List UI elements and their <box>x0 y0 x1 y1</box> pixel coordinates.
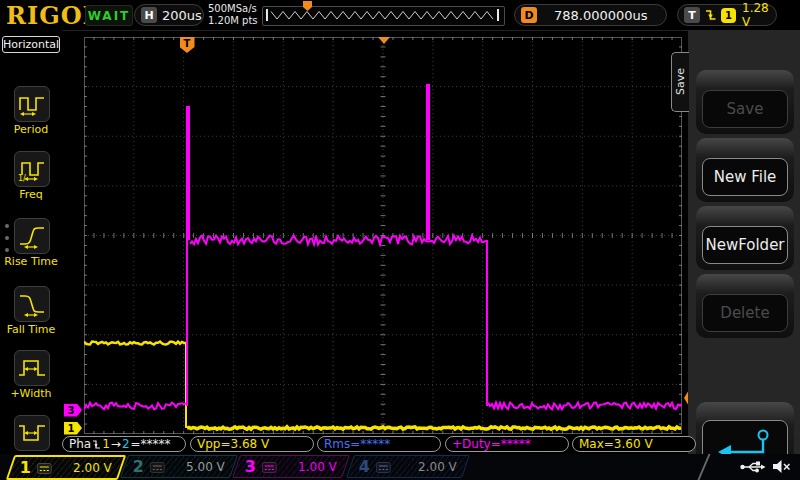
save-button-label: Save <box>702 90 788 128</box>
delete-button-label: Delete <box>702 294 788 332</box>
falling-edge-icon <box>92 439 101 450</box>
channel-2-number: 2 <box>133 459 144 475</box>
channel-status-bar: 1 2.00 V 2 5.00 V 3 <box>0 454 800 480</box>
channel-3-number: 3 <box>245 459 256 475</box>
delay-value: 788.000000us <box>554 8 648 23</box>
measure-item-rise-time-label: Rise Time <box>0 255 62 268</box>
measure-menu-title: Horizontal <box>2 36 60 53</box>
memory-depth: 1.20M pts <box>208 15 258 27</box>
measure-item-plus-width[interactable] <box>14 350 50 386</box>
acquisition-info: 500MSa/s 1.20M pts <box>208 3 258 27</box>
phase-prefix: Pha <box>69 437 91 451</box>
menu-tab-label: Save <box>674 68 687 95</box>
channel1-ground-marker-icon[interactable]: 1 <box>64 422 82 435</box>
channel-2-scale: 5.00 V <box>186 460 225 474</box>
freq-icon: 1/ <box>17 156 47 182</box>
delay-box: D 788.000000us <box>514 4 667 26</box>
dc-coupling-icon <box>150 461 165 472</box>
menu-page-dot <box>5 248 9 252</box>
period-icon <box>17 91 47 117</box>
channel-1-scale: 2.00 V <box>73 461 112 475</box>
plus-width-icon <box>17 355 47 381</box>
channel-4-box[interactable]: 4 2.00 V <box>346 455 470 478</box>
measure-item-fall-time-label: Fall Time <box>0 323 62 336</box>
channel-1-number: 1 <box>20 460 31 476</box>
minus-width-icon <box>17 420 47 446</box>
waveform-preview-bar[interactable] <box>262 6 505 26</box>
new-folder-button[interactable]: NewFolder <box>696 206 794 270</box>
trigger-box: T 1 1.28 V <box>677 4 777 26</box>
measure-item-freq-label: Freq <box>0 188 62 201</box>
menu-tab: Save <box>671 52 689 112</box>
max-value: Max=3.60 V <box>579 437 653 451</box>
fall-time-icon <box>17 291 47 317</box>
measurement-slot-max[interactable]: Max=3.60 V <box>572 436 696 452</box>
dc-coupling-icon <box>376 461 391 472</box>
new-file-button-label: New File <box>702 158 788 196</box>
channel-1-box[interactable]: 1 2.00 V <box>6 455 127 480</box>
oscilloscope-graticule <box>84 37 682 434</box>
measurement-slot-rms[interactable]: Rms=***** <box>317 436 441 452</box>
menu-page-dot <box>5 236 9 240</box>
channel-3-scale: 1.00 V <box>298 460 337 474</box>
top-status-bar: RIGOL WAIT H 200us 500MSa/s 1.20M pts D … <box>0 0 800 31</box>
measure-item-fall-time[interactable] <box>14 286 50 322</box>
phase-source2: 2 <box>122 437 130 451</box>
channel3-ground-marker-icon[interactable]: 3 <box>64 404 82 417</box>
rms-value: Rms=***** <box>324 437 390 451</box>
preview-waveform-icon <box>263 7 502 23</box>
channel-4-scale: 2.00 V <box>418 460 457 474</box>
horizontal-label: H <box>141 7 157 23</box>
measure-item-freq[interactable]: 1/ <box>14 151 50 187</box>
delete-button[interactable]: Delete <box>696 274 794 338</box>
arrow-icon: → <box>111 437 121 451</box>
measurement-slot-phase[interactable]: Pha 1 → 2 =***** <box>62 436 186 452</box>
new-folder-button-label: NewFolder <box>702 226 788 264</box>
measurement-slot-vpp[interactable]: Vpp=3.68 V <box>190 436 314 452</box>
channel-4-number: 4 <box>359 459 370 475</box>
new-file-button[interactable]: New File <box>696 138 794 202</box>
vpp-value: Vpp=3.68 V <box>197 437 269 451</box>
measure-item-period-label: Period <box>0 123 62 136</box>
phase-value: =***** <box>131 437 171 451</box>
channel-2-box[interactable]: 2 5.00 V <box>120 455 238 478</box>
phase-source1: 1 <box>102 437 110 451</box>
trigger-source-badge: 1 <box>721 8 736 23</box>
measure-item-rise-time[interactable] <box>14 218 50 254</box>
channel-3-box[interactable]: 3 1.00 V <box>232 455 350 478</box>
measurement-slot-duty[interactable]: +Duty=***** <box>445 436 569 452</box>
dc-coupling-icon <box>37 462 52 473</box>
measure-item-period[interactable] <box>14 86 50 122</box>
rise-time-icon <box>17 223 47 249</box>
run-status-badge: WAIT <box>85 5 133 26</box>
dc-coupling-icon <box>262 461 277 472</box>
falling-edge-icon <box>704 8 717 22</box>
speaker-muted-icon <box>772 459 791 478</box>
left-measure-menu: Horizontal Period 1/ Freq Rise Time Fall… <box>0 30 62 454</box>
delay-label: D <box>521 7 537 23</box>
screen-center-marker-icon <box>378 37 390 44</box>
timebase-value: 200us <box>162 8 202 23</box>
usb-icon <box>740 459 766 478</box>
duty-value: +Duty=***** <box>452 437 531 451</box>
save-button[interactable]: Save <box>696 70 794 134</box>
svg-text:1/: 1/ <box>18 174 26 182</box>
horizontal-timebase-box: H 200us <box>134 4 204 26</box>
measure-item-minus-width[interactable] <box>14 415 50 451</box>
right-softkey-menu: Save Save New File NewFolder Delete <box>688 30 800 454</box>
menu-page-dot <box>5 224 9 228</box>
measure-item-plus-width-label: +Width <box>0 387 62 400</box>
trigger-label: T <box>684 7 700 23</box>
sample-rate: 500MSa/s <box>208 3 258 15</box>
trigger-level-value: 1.28 V <box>742 1 770 29</box>
